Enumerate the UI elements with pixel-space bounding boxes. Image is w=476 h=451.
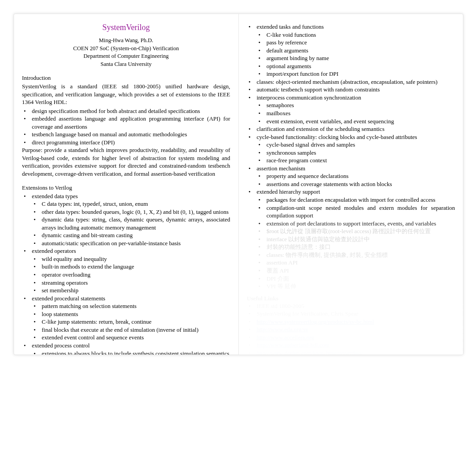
- list-item-sublist: wild equality and inequalitybuilt-in met…: [32, 255, 230, 295]
- reference-link[interactable]: http://www.eda.org/sv: [257, 326, 308, 333]
- list-item: operator overloading: [32, 271, 230, 279]
- list-item: extended process controlextensions to al…: [22, 342, 230, 355]
- reference-item: http://www.systemverilog.org/products/sv…: [247, 318, 455, 326]
- intro-paragraph: SystemVerilog is a standard (IEEE std 18…: [22, 82, 230, 106]
- reference-link[interactable]: http://www.doulos.com/knowhow/sysverilog…: [257, 350, 363, 355]
- list-item-sublist: pattern matching on selection statements…: [32, 302, 230, 342]
- list-item: testbench language based on manual and a…: [22, 130, 230, 139]
- reference-item: http://www.eda.org/sv: [247, 325, 455, 334]
- list-item: 封裝的功能性語意：接口: [257, 243, 455, 251]
- author-name: Ming-Hwa Wang, Ph.D.: [22, 37, 230, 45]
- list-item: extended event control and sequence even…: [32, 334, 230, 342]
- reference-link[interactable]: http://www.systemverilog.org/products/sv…: [257, 318, 374, 325]
- list-item: extended hierarchy supportpackages for d…: [247, 188, 455, 227]
- list-item-sublist: C-like void functionspass by referencede…: [257, 31, 455, 78]
- intro-bullets: design specification method for both abs…: [22, 107, 230, 147]
- list-item: extensions to always blocks to include s…: [32, 350, 230, 356]
- list-item: pattern matching on selection statements: [32, 302, 230, 310]
- left-column: SystemVerilog Ming-Hwa Wang, Ph.D. COEN …: [14, 14, 238, 355]
- list-item-label: extended tasks and functions: [257, 23, 324, 30]
- list-item: C-like jump statements: return, break, c…: [32, 318, 230, 326]
- list-item: C data types: int, typedef, struct, unio…: [32, 200, 230, 208]
- list-item-sublist: C data types: int, typedef, struct, unio…: [32, 200, 230, 247]
- page: SystemVerilog Ming-Hwa Wang, Ph.D. COEN …: [0, 0, 476, 451]
- reference-item: http://www.accellera.org: [247, 334, 455, 342]
- list-item: other data types: bounded queues, logic …: [32, 208, 230, 216]
- list-item: VPI 等 延伸: [257, 282, 455, 291]
- list-item: clarification and extension of the sched…: [247, 125, 455, 133]
- list-item: race-free program context: [257, 156, 455, 165]
- list-item: built-in methods to extend the language: [32, 263, 230, 271]
- list-item: pass by reference: [257, 39, 455, 47]
- list-item: automatic testbench support with random …: [247, 86, 455, 94]
- list-item: extended data typesC data types: int, ty…: [22, 192, 230, 247]
- list-item: interface 以封裝通信與協定檢查於設計中: [257, 235, 455, 243]
- list-item-sublist: property and sequence declarationsassert…: [257, 172, 455, 188]
- extensions-list-continued: extended tasks and functionsC-like void …: [247, 23, 455, 227]
- list-item: import/export function for DPI: [257, 70, 455, 78]
- faded-bullets: $root 以允許從 頂層存取(root-level access) 路徑設計中…: [257, 227, 455, 290]
- list-item: event extension, event variables, and ev…: [257, 117, 455, 126]
- list-item: embedded assertions language and applica…: [22, 115, 230, 130]
- list-item: dynamic data types: string, class, dynam…: [32, 216, 230, 231]
- list-item: argument binding by name: [257, 54, 455, 62]
- list-item-label: extended operators: [32, 247, 76, 254]
- list-item: packages for declaration encapsulation w…: [257, 196, 455, 204]
- list-item: DPI 介面: [257, 275, 455, 283]
- list-item: 覆蓋 API: [257, 267, 455, 275]
- list-item-label: cycle-based functionality: clocking bloc…: [257, 134, 417, 140]
- list-item: classes: object-oriented mechanism (abst…: [247, 78, 455, 86]
- list-item: compilation-unit scope nested modules an…: [257, 204, 455, 220]
- list-item: assertion mechanismproperty and sequence…: [247, 165, 455, 188]
- course-line: COEN 207 SoC (System-on-Chip) Verificati…: [22, 45, 230, 53]
- list-item: automatic/static specification on per-va…: [32, 239, 230, 247]
- list-item-label: extended data types: [32, 193, 78, 199]
- reference-link[interactable]: http://www.sutherland-hdl.com: [257, 342, 329, 348]
- list-item-label: assertion mechanism: [257, 165, 306, 172]
- reference-item: IEEE std 1800-2005: [247, 302, 455, 310]
- list-item-sublist: packages for declaration encapsulation w…: [257, 196, 455, 227]
- list-item: semaphores: [257, 101, 455, 109]
- list-item: final blocks that execute at the end of …: [32, 326, 230, 334]
- document-sheet: SystemVerilog Ming-Hwa Wang, Ph.D. COEN …: [13, 13, 463, 355]
- reference-link[interactable]: http://www.accellera.org: [257, 334, 314, 341]
- list-item: streaming operators: [32, 279, 230, 287]
- list-item: C-like void functions: [257, 31, 455, 39]
- list-item: $root 以允許從 頂層存取(root-level access) 路徑設計中…: [257, 227, 455, 235]
- list-item: set membership: [32, 286, 230, 295]
- section-heading-introduction: Introduction: [22, 74, 230, 82]
- list-item: classes: 物件導向機制, 提供抽象, 封裝, 安全指標: [257, 251, 455, 259]
- list-item: direct programming interface (DPI): [22, 139, 230, 147]
- faded-lower-block: $root 以允許從 頂層存取(root-level access) 路徑設計中…: [247, 227, 455, 355]
- references-heading: Useful Links: [247, 295, 455, 302]
- list-item: assertions and coverage statements with …: [257, 180, 455, 188]
- list-item-label: extended hierarchy support: [257, 188, 320, 195]
- list-item-sublist: cycle-based signal drives and samplessyn…: [257, 141, 455, 165]
- references-list: IEEE std 1800-2005SystemVerilog for Veri…: [247, 302, 455, 355]
- list-item: extended operatorswild equality and ineq…: [22, 247, 230, 294]
- list-item: assertion API: [257, 259, 455, 267]
- list-item: design specification method for both abs…: [22, 107, 230, 115]
- right-column: extended tasks and functionsC-like void …: [239, 14, 463, 355]
- list-item: interprocess communication synchronizati…: [247, 94, 455, 125]
- extensions-list: extended data typesC data types: int, ty…: [22, 192, 230, 355]
- department-line: Department of Computer Engineering: [22, 52, 230, 61]
- list-item: wild equality and inequality: [32, 255, 230, 263]
- purpose-paragraph: Purpose: provide a standard which improv…: [22, 146, 230, 178]
- list-item: mailboxes: [257, 109, 455, 117]
- list-item-label: interprocess communication synchronizati…: [257, 94, 361, 101]
- list-item: dynamic casting and bit-stream casting: [32, 231, 230, 239]
- list-item: property and sequence declarations: [257, 172, 455, 180]
- reference-item: http://www.doulos.com/knowhow/sysverilog…: [247, 349, 455, 355]
- author-block: Ming-Hwa Wang, Ph.D. COEN 207 SoC (Syste…: [22, 37, 230, 68]
- page-title: SystemVerilog: [22, 23, 230, 32]
- university-line: Santa Clara University: [22, 61, 230, 69]
- list-item: cycle-based signal drives and samples: [257, 141, 455, 149]
- list-item: extension of port declarations to suppor…: [257, 220, 455, 228]
- list-item-sublist: extensions to always blocks to include s…: [32, 350, 230, 356]
- list-item-label: extended process control: [32, 342, 90, 349]
- list-item: optional arguments: [257, 62, 455, 70]
- section-heading-extensions: Extensions to Verilog: [22, 184, 230, 191]
- list-item-sublist: semaphoresmailboxesevent extension, even…: [257, 101, 455, 125]
- list-item: cycle-based functionality: clocking bloc…: [247, 133, 455, 165]
